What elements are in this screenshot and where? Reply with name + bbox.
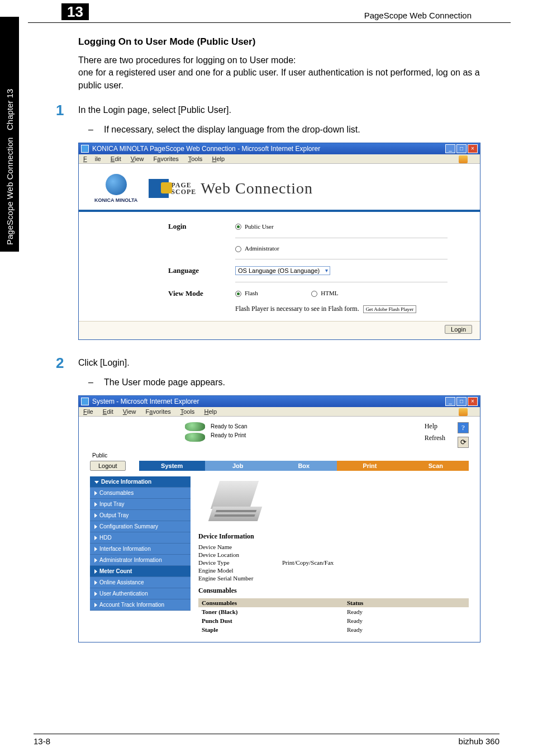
device-type-value: Print/Copy/Scan/Fax xyxy=(282,559,334,566)
menu-view[interactable]: View xyxy=(131,155,144,162)
tab-row: Logout System Job Box Print Scan xyxy=(90,461,469,471)
dash-bullet: – xyxy=(88,125,104,135)
flash-radio[interactable] xyxy=(235,291,241,297)
minimize-button[interactable]: _ xyxy=(445,144,455,153)
logo-text: KONICA MINOLTA xyxy=(94,197,137,203)
public-user-label: Public User xyxy=(245,223,274,230)
tab-print[interactable]: Print xyxy=(337,461,403,471)
side-output-tray[interactable]: Output Tray xyxy=(90,510,191,521)
sidebar-line1: PageScope Web Connection xyxy=(5,138,15,245)
chapter-number: 13 xyxy=(61,3,89,20)
logout-button[interactable]: Logout xyxy=(90,461,126,471)
menu-edit[interactable]: Edit xyxy=(103,408,113,415)
window-titlebar: KONICA MINOLTA PageScope Web Connection … xyxy=(79,143,480,154)
sidebar-menu: Device Information Consumables Input Tra… xyxy=(90,476,191,634)
side-admin-info[interactable]: Administrator Information xyxy=(90,555,191,566)
menu-favorites[interactable]: Favorites xyxy=(146,408,171,415)
login-button-row: Login xyxy=(79,321,480,339)
side-online-assist[interactable]: Online Assistance xyxy=(90,577,191,588)
login-hero: KONICA MINOLTA PAGESCOPE Web Connection xyxy=(79,164,480,212)
status-bar: Ready to ScanReady to Print Help Refresh… xyxy=(79,417,480,451)
maximize-button[interactable]: □ xyxy=(456,144,467,153)
engine-serial-label: Engine Serial Number xyxy=(198,575,282,582)
status-text: Ready to ScanReady to Print xyxy=(211,422,248,440)
table-row: StapleReady xyxy=(198,625,469,634)
menu-edit[interactable]: Edit xyxy=(111,155,121,162)
side-device-info[interactable]: Device Information xyxy=(90,476,191,488)
device-name-label: Device Name xyxy=(198,544,282,550)
side-user-auth[interactable]: User Authentication xyxy=(90,588,191,599)
close-button[interactable]: × xyxy=(468,397,478,406)
login-form: Login Public User Administrator Language… xyxy=(79,212,480,321)
globe-icon xyxy=(106,174,127,195)
ie-throbber-icon xyxy=(459,155,468,163)
side-consumables[interactable]: Consumables xyxy=(90,488,191,499)
table-row: Toner (Black)Ready xyxy=(198,607,469,616)
tab-job[interactable]: Job xyxy=(205,461,271,471)
usermode-window: System - Microsoft Internet Explorer _ □… xyxy=(78,395,480,642)
menu-view[interactable]: View xyxy=(123,408,136,415)
consumables-header: ConsumablesStatus xyxy=(198,598,469,607)
side-input-tray[interactable]: Input Tray xyxy=(90,499,191,510)
separator xyxy=(235,238,448,238)
footer-left: 13-8 xyxy=(34,736,50,746)
ps-stack: PAGESCOPE xyxy=(171,182,196,195)
maximize-button[interactable]: □ xyxy=(456,397,467,406)
page-header: 13 PageScope Web Connection xyxy=(28,0,511,23)
side-config-summary[interactable]: Configuration Summary xyxy=(90,521,191,532)
close-button[interactable]: × xyxy=(468,144,478,153)
tab-scan[interactable]: Scan xyxy=(403,461,469,471)
menu-file[interactable]: File xyxy=(83,155,101,162)
login-button[interactable]: Login xyxy=(445,325,472,334)
tab-box[interactable]: Box xyxy=(271,461,337,471)
tab-system[interactable]: System xyxy=(139,461,205,471)
menu-tools[interactable]: Tools xyxy=(180,408,195,415)
separator xyxy=(235,259,448,259)
menu-file[interactable]: File xyxy=(83,408,93,415)
intro-text: There are two procedures for logging on … xyxy=(78,54,494,92)
side-meter-count[interactable]: Meter Count xyxy=(90,566,191,577)
engine-model-label: Engine Model xyxy=(198,567,282,574)
public-label: Public xyxy=(92,452,480,459)
ie-icon xyxy=(81,398,89,405)
step-1-sub-text: If necessary, select the display languag… xyxy=(104,125,360,135)
consumables-title: Consumables xyxy=(198,587,469,595)
side-hdd[interactable]: HDD xyxy=(90,532,191,544)
window-title: System - Microsoft Internet Explorer xyxy=(92,398,199,405)
main-content: Device Information Device Name Device Lo… xyxy=(198,476,469,634)
menu-favorites[interactable]: Favorites xyxy=(154,155,179,162)
step-2-text: Click [Login]. xyxy=(78,355,130,368)
menu-help[interactable]: Help xyxy=(204,408,217,415)
html-radio[interactable] xyxy=(311,291,317,297)
window-menubar: File Edit View Favorites Tools Help xyxy=(79,407,480,417)
step-2-number: 2 xyxy=(56,355,78,372)
pagescope-icon xyxy=(149,179,169,198)
section-title: Logging On to User Mode (Public User) xyxy=(78,36,494,48)
language-select[interactable]: OS Language (OS Language) xyxy=(235,266,330,275)
side-acct-track[interactable]: Account Track Information xyxy=(90,599,191,611)
window-title: KONICA MINOLTA PageScope Web Connection … xyxy=(92,145,320,153)
minimize-button[interactable]: _ xyxy=(445,397,455,406)
sidebar-vertical-tab: PageScope Web Connection Chapter 13 xyxy=(0,17,19,252)
step-1-substep: – If necessary, select the display langu… xyxy=(88,125,494,135)
header-title: PageScope Web Connection xyxy=(364,11,472,20)
window-titlebar: System - Microsoft Internet Explorer _ □… xyxy=(79,396,480,407)
public-user-radio[interactable] xyxy=(235,224,241,230)
help-icon[interactable]: ? xyxy=(458,422,469,433)
step-2-substep: – The User mode page appears. xyxy=(88,377,494,388)
step-2: 2 Click [Login]. xyxy=(56,355,494,372)
administrator-radio[interactable] xyxy=(235,246,241,252)
ps-web-text: Web Connection xyxy=(201,179,313,197)
menu-tools[interactable]: Tools xyxy=(188,155,203,162)
refresh-icon[interactable]: ⟳ xyxy=(458,437,469,448)
page-footer: 13-8 bizhub 360 xyxy=(34,734,499,746)
help-refresh-labels: Help Refresh xyxy=(425,422,445,442)
step-1-text: In the Login page, select [Public User]. xyxy=(78,102,231,115)
flash-player-badge[interactable]: Get Adobe Flash Player xyxy=(363,305,417,313)
step-1: 1 In the Login page, select [Public User… xyxy=(56,102,494,119)
table-row: Punch DustReady xyxy=(198,616,469,625)
side-interface-info[interactable]: Interface Information xyxy=(90,544,191,555)
dash-bullet: – xyxy=(88,377,104,388)
menu-help[interactable]: Help xyxy=(212,155,225,162)
administrator-label: Administrator xyxy=(245,245,279,252)
